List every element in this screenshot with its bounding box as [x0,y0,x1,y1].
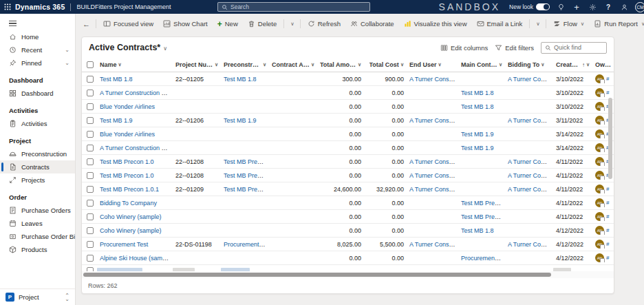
sidebar-item-purchase-order-bills[interactable]: Purchase Order Bills [0,230,75,243]
record-link[interactable]: A Turner Constr... [409,158,458,165]
settings-gear-icon[interactable] [588,2,597,12]
column-header-main-contract[interactable]: Main Contract∨ [458,61,505,68]
back-button[interactable]: ← [80,18,93,30]
lightbulb-icon[interactable] [556,2,566,12]
row-checkbox[interactable] [87,241,94,248]
record-link[interactable]: A Turner Construction Co. [100,90,171,96]
owner-avatar[interactable]: AN [595,212,604,221]
run-report-button[interactable]: Run Report∨ [590,18,644,30]
new-button[interactable]: +New [213,18,242,30]
view-selector[interactable]: Active Contracts*∨ [89,43,167,52]
column-header-project-number[interactable]: Project Number∨ [173,61,221,68]
record-link[interactable]: Test MB Precon ... [224,158,269,165]
email-more-button[interactable]: ∨ [533,19,543,29]
global-search[interactable] [217,2,370,12]
table-row[interactable]: Procurement Test22-DS-01198Procurement T… [82,238,614,251]
horizontal-scrollbar[interactable] [82,271,614,278]
record-link[interactable]: Blue Yonder Airlines [100,103,155,110]
record-link[interactable]: Test MB 1.8 [100,76,133,83]
refresh-button[interactable]: Refresh [303,18,345,30]
sidebar-item-contracts[interactable]: Contracts [0,160,75,173]
sidebar-item-leaves[interactable]: Leaves [0,217,75,230]
record-link[interactable]: A Turner Constr... [508,158,553,165]
record-link[interactable]: A Turner Construction Co. [100,145,171,151]
sidebar-item-dashboard[interactable]: Dashboard [0,87,75,100]
sidebar-item-preconstruction[interactable]: Preconstruction [0,147,75,160]
user-avatar[interactable]: CM [635,2,644,12]
sidebar-item-projects[interactable]: Projects [0,173,75,187]
record-link[interactable]: Coho Winery (sample) [100,227,162,234]
column-header-contract-amo-[interactable]: Contract Amo...∨ [269,61,317,68]
table-row[interactable]: Test MB Precon 1.022--01208Test MB Preco… [82,155,614,169]
sidebar-item-purchase-orders[interactable]: Purchase Orders [0,204,75,217]
table-row[interactable]: Blue Yonder Airlines0.000.00Test MB 1.93… [82,127,614,141]
sitemap-collapse-icon[interactable] [0,14,75,30]
table-row[interactable]: A Turner Construction Co.0.000.00Test MB… [82,141,614,155]
record-link[interactable]: A Turner Constr... [409,117,458,124]
owner-avatar[interactable]: AN [595,74,604,83]
record-link[interactable]: A Turner Constr... [409,172,458,179]
owner-avatar[interactable]: AN [595,157,604,166]
column-header-bidding-to[interactable]: Bidding To∨ [505,61,553,68]
column-header-created-on[interactable]: Created On↑∨ [553,61,592,68]
table-row[interactable]: Test MB Precon 1.022--01208Test MB Preco… [82,169,614,182]
delete-more-button[interactable]: ∨ [287,19,297,29]
collaborate-button[interactable]: Collaborate [346,18,398,30]
record-link[interactable]: Test MB 1.9 [461,131,494,138]
record-link[interactable]: Test MB 1.9 [224,117,257,124]
row-checkbox[interactable] [87,145,94,151]
column-header-total-amount[interactable]: Total Amount∨ [317,61,364,68]
sidebar-item-pinned[interactable]: Pinned⌄ [0,56,75,70]
record-link[interactable]: Test MB Precon 1.0 [100,158,154,165]
owner-name-fragment[interactable]: # [606,213,609,220]
sidebar-item-home[interactable]: Home [0,30,75,43]
row-checkbox[interactable] [87,76,94,83]
plus-icon[interactable]: + [572,2,581,12]
email-a-link-button[interactable]: Email a Link [473,18,527,30]
select-all-checkbox[interactable] [87,61,94,68]
row-checkbox[interactable] [87,172,94,179]
area-switcher[interactable]: P Project ⌃⌄ [0,288,75,305]
record-link[interactable]: Bidding To Company [100,200,157,207]
owner-avatar[interactable]: AN [595,143,604,152]
dynamics-brand[interactable]: Dynamics 365 [15,3,65,11]
record-link[interactable]: Test MB Precon ... [461,213,505,220]
owner-name-fragment[interactable]: # [606,241,609,247]
record-link[interactable]: Test MB 1.8 [461,227,494,234]
record-link[interactable]: A Turner Constr... [508,186,553,193]
column-header-end-user[interactable]: End User∨ [407,61,458,68]
quick-find-input[interactable] [554,44,603,51]
owner-avatar[interactable]: AN [595,116,604,125]
owner-avatar[interactable]: AN [595,240,604,249]
row-checkbox[interactable] [87,213,94,220]
column-header-owner[interactable]: Owner [592,61,614,68]
record-link[interactable]: A Turner Constr... [508,241,553,248]
owner-avatar[interactable]: AN [595,102,604,111]
owner-avatar[interactable]: AN [595,129,604,138]
table-row-clipped[interactable] [82,265,614,271]
owner-avatar[interactable]: AN [595,185,604,193]
new-look-toggle[interactable] [536,3,550,10]
record-link[interactable]: Procurement Test [224,241,269,248]
record-link[interactable]: Test MB Precon 1.0 [100,172,154,179]
app-name[interactable]: BUILDFitters Project Management [76,3,171,10]
record-link[interactable]: A Turner Constr... [508,76,553,83]
visualize-this-view-button[interactable]: Visualize this view [400,18,471,30]
row-checkbox[interactable] [87,131,94,138]
row-checkbox[interactable] [87,200,94,207]
record-link[interactable]: Test MB 1.9 [461,145,494,151]
record-link[interactable]: Test MB 1.8 [461,90,494,96]
owner-avatar[interactable]: AN [595,226,604,235]
owner-name-fragment[interactable]: # [606,76,609,82]
focused-view-button[interactable]: Focused view [99,18,158,30]
record-link[interactable]: Blue Yonder Airlines [100,131,155,138]
show-chart-button[interactable]: Show Chart [159,18,212,30]
record-link[interactable]: A Turner Constr... [508,117,553,124]
record-link[interactable]: Test MB Precon ... [224,186,269,193]
table-row[interactable]: Blue Yonder Airlines0.000.00Test MB 1.83… [82,100,614,114]
table-row[interactable]: Test MB 1.922--01206Test MB 1.90.000.00A… [82,114,614,127]
help-icon[interactable]: ? [603,2,613,12]
sidebar-item-recent[interactable]: Recent⌄ [0,43,75,56]
record-link[interactable]: Test MB Precon ... [461,200,505,207]
owner-name-fragment[interactable]: # [606,200,609,206]
